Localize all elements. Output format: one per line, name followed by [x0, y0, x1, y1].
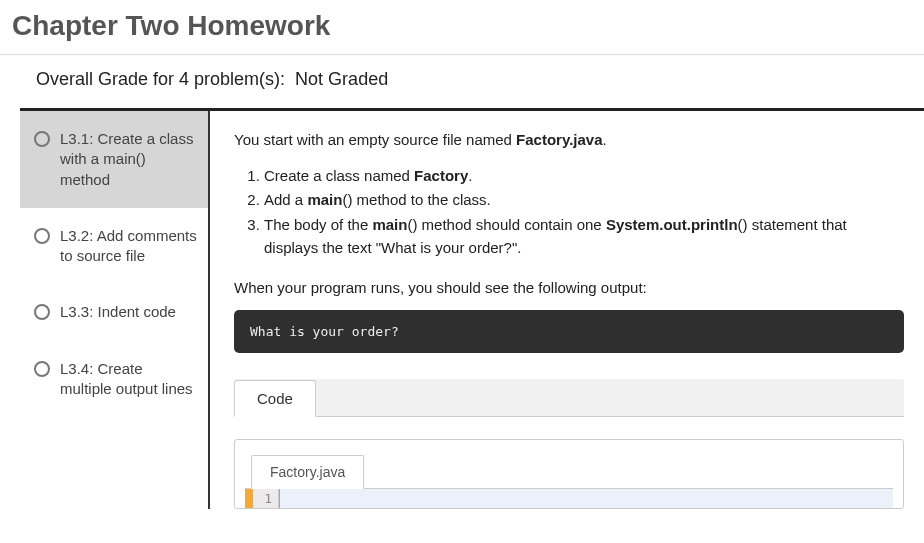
intro-post: .	[603, 131, 607, 148]
intro-text: You start with an empty source file name…	[234, 131, 904, 148]
sidebar-item-label: L3.2: Add comments to source file	[60, 226, 198, 267]
problem-list: L3.1: Create a class with a main() metho…	[20, 111, 210, 509]
radio-icon	[34, 361, 50, 377]
when-run-text: When your program runs, you should see t…	[234, 279, 904, 296]
step-2: Add a main() method to the class.	[264, 188, 904, 211]
step-list: Create a class named Factory. Add a main…	[264, 164, 904, 259]
radio-icon	[34, 228, 50, 244]
sidebar-item-l3-2[interactable]: L3.2: Add comments to source file	[20, 208, 208, 285]
radio-icon	[34, 304, 50, 320]
grade-status: Not Graded	[295, 69, 388, 89]
sidebar-item-l3-3[interactable]: L3.3: Indent code	[20, 284, 208, 340]
sidebar-item-label: L3.3: Indent code	[60, 302, 198, 322]
code-editor[interactable]: 1	[245, 489, 893, 508]
sidebar-item-label: L3.1: Create a class with a main() metho…	[60, 129, 198, 190]
sidebar-item-label: L3.4: Create multiple output lines	[60, 359, 198, 400]
step-3: The body of the main() method should con…	[264, 213, 904, 260]
page-title: Chapter Two Homework	[0, 0, 924, 54]
gutter-marker	[245, 489, 253, 508]
editor-frame: Factory.java 1	[234, 439, 904, 509]
file-tab-factory[interactable]: Factory.java	[251, 455, 364, 489]
step-1: Create a class named Factory.	[264, 164, 904, 187]
problem-detail: You start with an empty source file name…	[210, 111, 924, 509]
radio-icon	[34, 131, 50, 147]
tab-code[interactable]: Code	[234, 380, 316, 417]
sidebar-item-l3-1[interactable]: L3.1: Create a class with a main() metho…	[20, 111, 208, 208]
sidebar-item-l3-4[interactable]: L3.4: Create multiple output lines	[20, 341, 208, 418]
file-tabs: Factory.java	[245, 454, 893, 489]
intro-filename: Factory.java	[516, 131, 602, 148]
expected-output: What is your order?	[234, 310, 904, 353]
intro-pre: You start with an empty source file name…	[234, 131, 516, 148]
grade-prefix: Overall Grade for 4 problem(s):	[36, 69, 285, 89]
code-line[interactable]	[279, 489, 893, 508]
panel-tabs: Code	[234, 379, 904, 417]
line-number: 1	[253, 489, 279, 508]
overall-grade: Overall Grade for 4 problem(s): Not Grad…	[20, 55, 924, 111]
